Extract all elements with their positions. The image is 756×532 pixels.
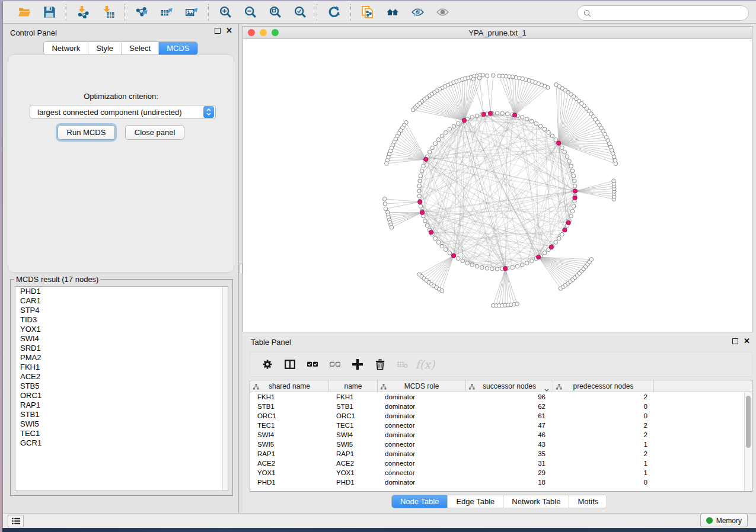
tree-icon [556, 383, 562, 389]
table-tabs: Node TableEdge TableNetwork TableMotifs [243, 495, 756, 508]
zoom-selected-icon[interactable] [291, 4, 310, 21]
tab-mcds[interactable]: MCDS [159, 42, 197, 55]
table-cell: connector [378, 469, 466, 476]
show-panels-button[interactable] [8, 515, 24, 527]
column-header-successor-nodes[interactable]: successor nodes [466, 380, 553, 392]
list-icon [12, 518, 20, 524]
float-table-panel-icon[interactable] [732, 338, 738, 344]
table-row[interactable]: RAP1RAP1dominator352 [250, 449, 752, 459]
column-header-predecessor-nodes[interactable]: predecessor nodes [553, 380, 654, 392]
mcds-result-item[interactable]: SWI5 [15, 419, 228, 429]
criterion-dropdown[interactable]: largest connected component (undirected) [30, 105, 216, 119]
close-table-panel-icon[interactable]: ✕ [744, 338, 750, 344]
mcds-result-item[interactable]: CAR1 [15, 296, 228, 306]
table-scrollbar-thumb[interactable] [746, 396, 751, 448]
memory-button[interactable]: Memory [700, 514, 748, 527]
table-row[interactable]: STB1STB1dominator620 [250, 402, 752, 411]
zoom-out-icon[interactable] [241, 4, 260, 21]
first-neighbors-icon[interactable] [383, 4, 402, 21]
export-image-icon[interactable] [182, 4, 201, 21]
mcds-result-item[interactable]: PMA2 [15, 353, 228, 363]
split-panel-icon[interactable] [281, 356, 299, 373]
tab-style[interactable]: Style [88, 42, 122, 55]
import-table-icon[interactable] [98, 4, 117, 21]
column-header-name[interactable]: name [329, 380, 378, 392]
tab-edge-table[interactable]: Edge Table [448, 495, 503, 508]
table-cell: dominator [378, 412, 466, 419]
dropdown-stepper-icon [203, 106, 214, 118]
close-panel-icon[interactable]: ✕ [226, 28, 232, 34]
hide-selected-icon[interactable] [408, 4, 427, 21]
table-cell: 1 [553, 469, 654, 476]
tab-node-table[interactable]: Node Table [392, 495, 448, 508]
table-row[interactable]: PHD1PHD1dominator180 [250, 477, 752, 487]
table-row[interactable]: SWI4SWI4dominator462 [250, 430, 752, 440]
table-cell: dominator [378, 450, 466, 457]
clone-network-icon[interactable] [358, 4, 377, 21]
export-network-icon[interactable] [132, 4, 151, 21]
mcds-result-item[interactable]: YOX1 [15, 325, 228, 334]
network-canvas[interactable] [243, 39, 752, 332]
tab-select[interactable]: Select [122, 42, 159, 55]
open-file-icon[interactable] [15, 4, 34, 21]
mcds-result-item[interactable]: STP4 [15, 306, 228, 315]
zoom-in-icon[interactable] [216, 4, 235, 21]
show-all-icon[interactable] [433, 4, 452, 21]
table-row[interactable]: YOX1YOX1connector291 [250, 468, 752, 477]
mcds-result-item[interactable]: RAP1 [15, 400, 228, 410]
import-network-icon[interactable] [74, 4, 92, 21]
table-row[interactable]: ORC1ORC1dominator610 [250, 411, 752, 421]
save-session-icon[interactable] [40, 4, 59, 21]
panel-splitter[interactable] [238, 24, 243, 513]
mcds-result-item[interactable]: ORC1 [15, 391, 228, 400]
table-cell: dominator [378, 479, 466, 486]
zoom-fit-icon[interactable] [266, 4, 285, 21]
search-input[interactable] [595, 9, 742, 17]
add-column-icon[interactable] [349, 356, 366, 373]
tab-motifs[interactable]: Motifs [569, 495, 607, 508]
close-panel-button[interactable]: Close panel [125, 125, 185, 140]
table-row[interactable]: ACE2ACE2connector311 [250, 459, 752, 468]
export-table-icon[interactable] [157, 4, 176, 21]
fx-icon[interactable]: f(x) [416, 356, 434, 373]
table-row[interactable]: FKH1FKH1dominator962 [250, 392, 752, 402]
delete-table-icon[interactable] [394, 356, 412, 373]
table-cell: 35 [466, 450, 553, 457]
refresh-icon[interactable] [324, 4, 343, 21]
tab-network-table[interactable]: Network Table [503, 495, 569, 508]
mcds-result-item[interactable]: FKH1 [15, 363, 228, 372]
delete-column-icon[interactable] [371, 356, 389, 373]
column-label: name [344, 382, 362, 390]
mcds-result-item[interactable]: STB5 [15, 382, 228, 391]
mcds-list-scrollbar[interactable] [222, 287, 228, 491]
column-header-MCDS-role[interactable]: MCDS role [378, 380, 466, 392]
cytoscape-window: Control Panel ✕ NetworkStyleSelectMCDS O… [2, 1, 756, 528]
mcds-result-list[interactable]: PHD1CAR1STP4TID3YOX1SWI4SRD1PMA2FKH1ACE2… [15, 286, 228, 491]
search-box[interactable] [577, 5, 749, 21]
mcds-result-item[interactable]: PHD1 [15, 287, 228, 296]
select-all-icon[interactable] [304, 356, 321, 373]
mcds-result-item[interactable]: TEC1 [15, 429, 228, 438]
column-header-shared-name[interactable]: shared name [250, 380, 329, 392]
run-mcds-button[interactable]: Run MCDS [58, 125, 116, 140]
mcds-result-item[interactable]: SWI4 [15, 334, 228, 344]
table-cell: 1 [553, 441, 654, 448]
table-scrollbar[interactable] [744, 392, 752, 491]
table-row[interactable]: TEC1TEC1connector472 [250, 421, 752, 430]
network-titlebar[interactable]: YPA_prune.txt_1 [243, 27, 752, 39]
gear-icon[interactable] [259, 356, 276, 373]
mcds-result-item[interactable]: SRD1 [15, 344, 228, 353]
mcds-result-item[interactable]: ACE2 [15, 372, 228, 382]
network-graph [243, 39, 752, 332]
mcds-result-item[interactable]: TID3 [15, 315, 228, 325]
table-cell: 0 [553, 403, 654, 410]
deselect-all-icon[interactable] [326, 356, 344, 373]
tab-network[interactable]: Network [44, 42, 88, 55]
mcds-result-item[interactable]: STB1 [15, 410, 228, 419]
table-cell: 2 [553, 450, 654, 457]
column-label: MCDS role [404, 382, 439, 390]
float-panel-icon[interactable] [215, 28, 221, 34]
mcds-result-item[interactable]: GCR1 [15, 438, 228, 448]
table-row[interactable]: SWI5SWI5connector431 [250, 440, 752, 449]
status-bar: Memory [3, 513, 756, 528]
